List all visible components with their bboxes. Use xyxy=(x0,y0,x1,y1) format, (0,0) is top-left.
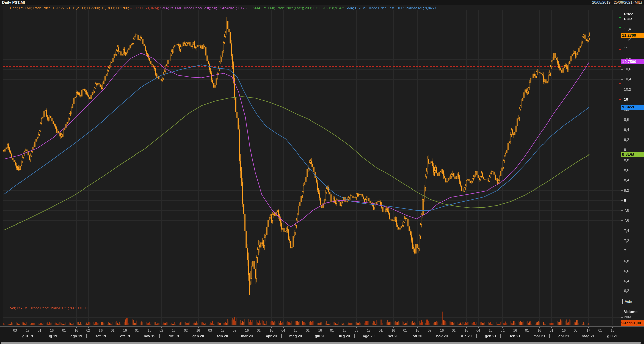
month-label: gen 20 xyxy=(192,334,204,338)
month-label: dic 19 xyxy=(169,334,179,338)
month-label: dic 20 xyxy=(461,334,472,338)
day-tick-label: 16 xyxy=(318,329,322,332)
month-separator xyxy=(111,334,111,338)
day-tick-label: 18 xyxy=(489,329,492,332)
volume-axis-tick-20m: 20M xyxy=(624,315,631,319)
price-tick-label: 6,6 xyxy=(624,269,643,273)
day-tick-label: 01 xyxy=(38,329,41,332)
legend-item-sma100-series[interactable]: SMA; PST.MI; Trade Price(Last); 100; 19/… xyxy=(346,6,436,10)
price-tick-label: 11 xyxy=(624,47,643,51)
day-tick-label: 16 xyxy=(416,329,419,332)
price-tick-label: 10,2 xyxy=(624,87,643,91)
month-separator xyxy=(38,334,38,338)
day-tick-label: 01 xyxy=(525,329,529,332)
month-separator xyxy=(62,334,62,338)
day-tick-label: 03 xyxy=(574,329,577,332)
month-label: ott 20 xyxy=(413,334,422,338)
month-separator xyxy=(330,334,330,338)
day-tick-label: 01 xyxy=(598,329,602,332)
price-badge: 8,9143 xyxy=(621,152,644,157)
month-separator xyxy=(428,334,428,338)
legend-item-change[interactable]: -0,0050; (-0,04%); xyxy=(130,6,159,10)
day-tick-label: 18 xyxy=(294,329,297,332)
day-tick-label: 01 xyxy=(330,329,334,332)
day-tick-label: 18 xyxy=(148,329,151,332)
time-scrollbar-thumb[interactable] xyxy=(1,342,641,344)
month-separator xyxy=(184,334,184,338)
price-badge: 10,7500 xyxy=(621,59,644,64)
month-separator xyxy=(13,334,13,338)
month-label: lug 19 xyxy=(47,334,57,338)
day-tick-label: 16 xyxy=(245,329,249,332)
month-label: mag 21 xyxy=(582,334,595,338)
day-tick-label: 16 xyxy=(562,329,566,332)
month-label: ago 20 xyxy=(363,334,375,338)
day-tick-label: 03 xyxy=(355,329,358,332)
month-separator xyxy=(306,334,306,338)
price-tick-label: 8,8 xyxy=(624,158,643,162)
day-tick-label: 01 xyxy=(111,329,115,332)
day-tick-label: 17 xyxy=(26,329,29,332)
day-tick-label: 17 xyxy=(221,329,225,332)
day-tick-label: 16 xyxy=(172,329,176,332)
charting-app: Daily PST.MI 20/05/2019 - 25/06/2021 (MI… xyxy=(0,0,644,344)
price-badge: 9,8459 xyxy=(621,105,644,110)
month-separator xyxy=(525,334,525,338)
day-tick-label: 01 xyxy=(501,329,505,332)
day-tick-label: 02 xyxy=(184,329,188,332)
day-tick-label: 01 xyxy=(452,329,456,332)
day-tick-label: 01 xyxy=(135,329,139,332)
month-label: set 19 xyxy=(95,334,106,338)
month-label: giu 21 xyxy=(607,334,618,338)
legend-item-candle-series[interactable]: Cndl; PST.MI; Trade Price; 19/05/2021; 1… xyxy=(10,6,129,10)
month-separator xyxy=(354,334,355,338)
month-separator xyxy=(500,334,501,338)
month-label: lug 20 xyxy=(339,334,350,338)
month-label: giu 20 xyxy=(315,334,325,338)
last-volume-badge: 937.991,00 xyxy=(621,320,644,326)
day-tick-label: 01 xyxy=(379,329,383,332)
day-tick-label: 01 xyxy=(403,329,407,332)
price-badge: 11,2700 xyxy=(621,33,644,38)
legend-item-sma50-series[interactable]: SMA; PST.MI; Trade Price(Last); 50; 19/0… xyxy=(160,6,251,10)
price-axis-currency: EUR xyxy=(624,17,632,21)
day-tick-label: 16 xyxy=(513,329,517,332)
price-tick-label: 7,8 xyxy=(624,208,643,212)
chart-titlebar: Daily PST.MI 20/05/2019 - 25/06/2021 (MI… xyxy=(0,0,644,5)
month-separator xyxy=(549,334,550,338)
day-tick-label: 16 xyxy=(99,329,103,332)
day-tick-label: 16 xyxy=(343,329,346,332)
day-tick-label: 16 xyxy=(440,329,444,332)
month-label: feb 21 xyxy=(510,334,520,338)
price-tick-label: 6,8 xyxy=(624,259,643,263)
day-tick-label: 16 xyxy=(196,329,200,332)
day-tick-label: 01 xyxy=(257,329,261,332)
month-separator xyxy=(233,334,233,338)
day-tick-label: 04 xyxy=(476,329,480,332)
month-separator xyxy=(208,334,208,338)
chart-title: Daily PST.MI xyxy=(2,0,25,4)
day-tick-label: 01 xyxy=(306,329,310,332)
price-tick-label: 8 xyxy=(624,198,643,202)
price-volume-chart[interactable] xyxy=(0,0,644,344)
auto-scale-button[interactable]: Auto xyxy=(622,299,634,304)
time-scrollbar xyxy=(0,341,644,344)
month-separator xyxy=(452,334,452,338)
day-tick-label: 16 xyxy=(465,329,468,332)
price-tick-label: 7,4 xyxy=(624,229,643,233)
volume-pane-legend[interactable]: Vol; PST.MI; Trade Price; 19/05/2021; 93… xyxy=(10,306,91,310)
month-label: ott 19 xyxy=(120,334,130,338)
month-separator xyxy=(379,334,379,338)
price-tick-label: 7 xyxy=(624,249,643,253)
month-separator xyxy=(476,334,477,338)
day-tick-label: 02 xyxy=(428,329,431,332)
legend-item-sma200-series[interactable]: SMA; PST.MI; Trade Price(Last); 200; 19/… xyxy=(253,6,344,10)
month-separator xyxy=(257,334,257,338)
month-label: nov 20 xyxy=(436,334,448,338)
price-tick-label: 8,6 xyxy=(624,168,643,172)
day-tick-label: 16 xyxy=(123,329,127,332)
month-label: mag 20 xyxy=(289,334,302,338)
month-separator xyxy=(281,334,282,338)
month-label: giu 19 xyxy=(22,334,33,338)
price-tick-label: 10 xyxy=(624,97,643,101)
